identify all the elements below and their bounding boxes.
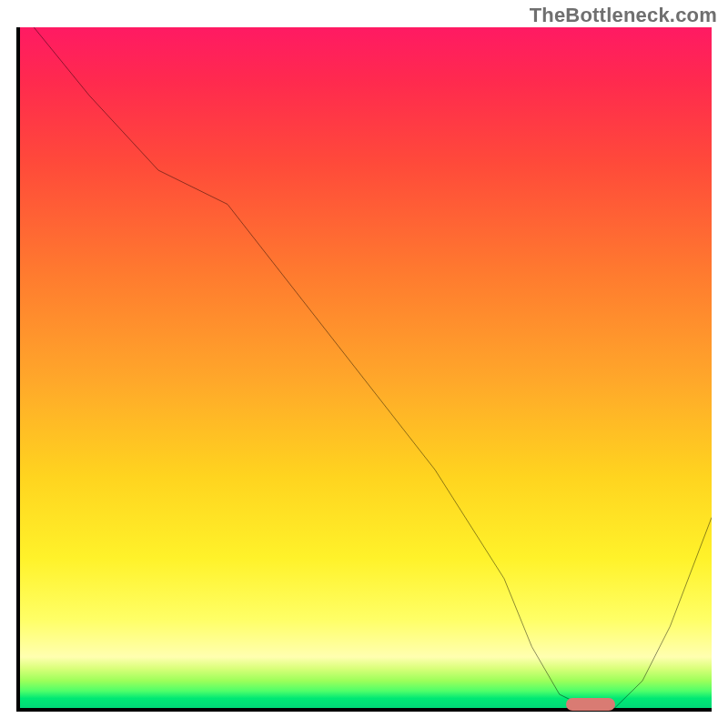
bottleneck-curve: [20, 27, 712, 708]
plot-area: [16, 27, 712, 712]
optimal-range-marker: [566, 698, 614, 711]
watermark-text: TheBottleneck.com: [530, 4, 717, 27]
